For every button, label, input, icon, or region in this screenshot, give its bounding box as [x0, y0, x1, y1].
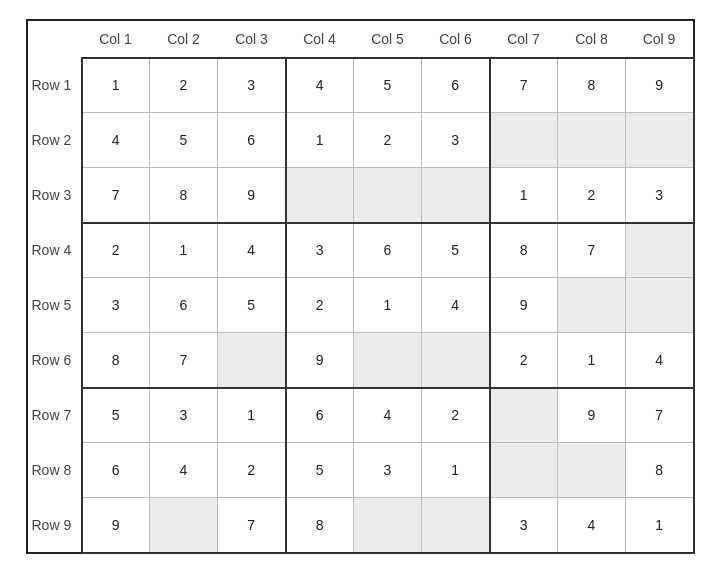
cell-r9-c5[interactable] — [354, 498, 422, 553]
row-label-2: Row 2 — [27, 113, 82, 168]
row-label-3: Row 3 — [27, 168, 82, 223]
cell-r3-c6[interactable] — [422, 168, 490, 223]
cell-r3-c2[interactable]: 8 — [150, 168, 218, 223]
cell-r5-c9[interactable] — [626, 278, 694, 333]
cell-r5-c3[interactable]: 5 — [218, 278, 286, 333]
corner-header — [27, 20, 82, 58]
row-label-6: Row 6 — [27, 333, 82, 388]
cell-r2-c5[interactable]: 2 — [354, 113, 422, 168]
cell-r1-c8[interactable]: 8 — [558, 58, 626, 113]
cell-r2-c6[interactable]: 3 — [422, 113, 490, 168]
cell-r7-c1[interactable]: 5 — [82, 388, 150, 443]
cell-r6-c6[interactable] — [422, 333, 490, 388]
cell-r6-c9[interactable]: 4 — [626, 333, 694, 388]
cell-r2-c4[interactable]: 1 — [286, 113, 354, 168]
cell-r6-c7[interactable]: 2 — [490, 333, 558, 388]
col-header-8: Col 8 — [558, 20, 626, 58]
col-header-1: Col 1 — [82, 20, 150, 58]
row-label-8: Row 8 — [27, 443, 82, 498]
col-header-3: Col 3 — [218, 20, 286, 58]
cell-r4-c4[interactable]: 3 — [286, 223, 354, 278]
cell-r1-c7[interactable]: 7 — [490, 58, 558, 113]
cell-r6-c8[interactable]: 1 — [558, 333, 626, 388]
cell-r6-c2[interactable]: 7 — [150, 333, 218, 388]
cell-r1-c6[interactable]: 6 — [422, 58, 490, 113]
cell-r9-c6[interactable] — [422, 498, 490, 553]
cell-r6-c4[interactable]: 9 — [286, 333, 354, 388]
cell-r3-c4[interactable] — [286, 168, 354, 223]
cell-r5-c8[interactable] — [558, 278, 626, 333]
cell-r4-c6[interactable]: 5 — [422, 223, 490, 278]
col-header-9: Col 9 — [626, 20, 694, 58]
cell-r9-c8[interactable]: 4 — [558, 498, 626, 553]
cell-r8-c3[interactable]: 2 — [218, 443, 286, 498]
cell-r5-c5[interactable]: 1 — [354, 278, 422, 333]
cell-r2-c3[interactable]: 6 — [218, 113, 286, 168]
cell-r9-c2[interactable] — [150, 498, 218, 553]
cell-r3-c5[interactable] — [354, 168, 422, 223]
cell-r3-c3[interactable]: 9 — [218, 168, 286, 223]
cell-r5-c7[interactable]: 9 — [490, 278, 558, 333]
col-header-5: Col 5 — [354, 20, 422, 58]
cell-r8-c9[interactable]: 8 — [626, 443, 694, 498]
cell-r5-c6[interactable]: 4 — [422, 278, 490, 333]
cell-r6-c1[interactable]: 8 — [82, 333, 150, 388]
cell-r7-c3[interactable]: 1 — [218, 388, 286, 443]
row-label-1: Row 1 — [27, 58, 82, 113]
cell-r1-c5[interactable]: 5 — [354, 58, 422, 113]
cell-r8-c4[interactable]: 5 — [286, 443, 354, 498]
cell-r5-c2[interactable]: 6 — [150, 278, 218, 333]
cell-r7-c4[interactable]: 6 — [286, 388, 354, 443]
cell-r5-c1[interactable]: 3 — [82, 278, 150, 333]
row-label-4: Row 4 — [27, 223, 82, 278]
cell-r3-c7[interactable]: 1 — [490, 168, 558, 223]
cell-r7-c9[interactable]: 7 — [626, 388, 694, 443]
cell-r8-c8[interactable] — [558, 443, 626, 498]
cell-r4-c2[interactable]: 1 — [150, 223, 218, 278]
cell-r9-c9[interactable]: 1 — [626, 498, 694, 553]
cell-r4-c5[interactable]: 6 — [354, 223, 422, 278]
cell-r7-c6[interactable]: 2 — [422, 388, 490, 443]
cell-r4-c9[interactable] — [626, 223, 694, 278]
cell-r9-c4[interactable]: 8 — [286, 498, 354, 553]
cell-r8-c7[interactable] — [490, 443, 558, 498]
cell-r9-c7[interactable]: 3 — [490, 498, 558, 553]
cell-r2-c7[interactable] — [490, 113, 558, 168]
cell-r4-c3[interactable]: 4 — [218, 223, 286, 278]
cell-r6-c5[interactable] — [354, 333, 422, 388]
cell-r8-c2[interactable]: 4 — [150, 443, 218, 498]
cell-r4-c1[interactable]: 2 — [82, 223, 150, 278]
cell-r7-c8[interactable]: 9 — [558, 388, 626, 443]
cell-r8-c5[interactable]: 3 — [354, 443, 422, 498]
cell-r9-c1[interactable]: 9 — [82, 498, 150, 553]
cell-r3-c8[interactable]: 2 — [558, 168, 626, 223]
cell-r8-c6[interactable]: 1 — [422, 443, 490, 498]
cell-r2-c1[interactable]: 4 — [82, 113, 150, 168]
cell-r2-c2[interactable]: 5 — [150, 113, 218, 168]
col-header-4: Col 4 — [286, 20, 354, 58]
cell-r1-c2[interactable]: 2 — [150, 58, 218, 113]
cell-r3-c1[interactable]: 7 — [82, 168, 150, 223]
cell-r6-c3[interactable] — [218, 333, 286, 388]
cell-r4-c7[interactable]: 8 — [490, 223, 558, 278]
cell-r1-c9[interactable]: 9 — [626, 58, 694, 113]
cell-r7-c5[interactable]: 4 — [354, 388, 422, 443]
cell-r7-c7[interactable] — [490, 388, 558, 443]
cell-r9-c3[interactable]: 7 — [218, 498, 286, 553]
cell-r7-c2[interactable]: 3 — [150, 388, 218, 443]
col-header-6: Col 6 — [422, 20, 490, 58]
row-label-5: Row 5 — [27, 278, 82, 333]
sudoku-grid: Col 1Col 2Col 3Col 4Col 5Col 6Col 7Col 8… — [26, 19, 695, 554]
cell-r4-c8[interactable]: 7 — [558, 223, 626, 278]
row-label-7: Row 7 — [27, 388, 82, 443]
cell-r1-c1[interactable]: 1 — [82, 58, 150, 113]
cell-r3-c9[interactable]: 3 — [626, 168, 694, 223]
cell-r2-c9[interactable] — [626, 113, 694, 168]
col-header-7: Col 7 — [490, 20, 558, 58]
col-header-2: Col 2 — [150, 20, 218, 58]
cell-r5-c4[interactable]: 2 — [286, 278, 354, 333]
cell-r8-c1[interactable]: 6 — [82, 443, 150, 498]
cell-r2-c8[interactable] — [558, 113, 626, 168]
cell-r1-c3[interactable]: 3 — [218, 58, 286, 113]
cell-r1-c4[interactable]: 4 — [286, 58, 354, 113]
